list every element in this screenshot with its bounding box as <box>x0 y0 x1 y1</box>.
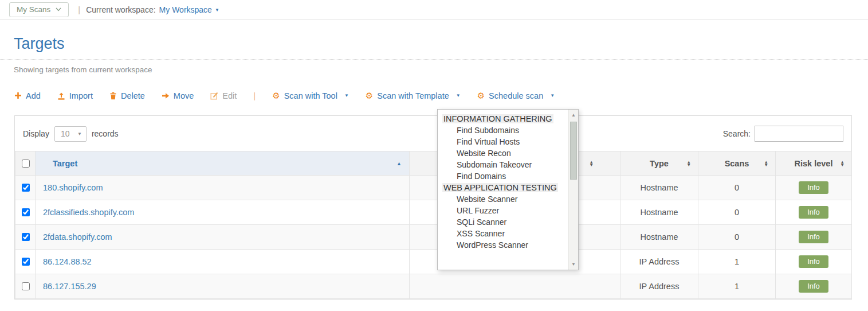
sort-icon: ▲▼ <box>687 160 691 166</box>
records-per-page-select[interactable]: 10 ▼ <box>54 126 87 142</box>
column-header-scans[interactable]: Scans ▲▼ <box>698 151 776 176</box>
workspace-selector[interactable]: My Workspace▼ <box>159 5 219 14</box>
column-header-risk-level[interactable]: Risk level ▲▼ <box>776 151 852 176</box>
risk-level-badge: Info <box>799 255 828 268</box>
scroll-down-icon[interactable]: ▼ <box>569 262 578 267</box>
target-link[interactable]: 86.127.155.29 <box>43 282 96 291</box>
dropdown-item[interactable]: Find Domains <box>438 170 568 182</box>
search-input[interactable] <box>755 126 843 142</box>
type-cell: IP Address <box>620 250 698 274</box>
column-header-target[interactable]: Target ▲ <box>36 151 410 176</box>
sort-icon: ▲▼ <box>840 160 845 166</box>
dropdown-item[interactable]: WordPress Scanner <box>438 239 568 251</box>
schedule-scan-dropdown-button[interactable]: ⚙ Schedule scan ▼ <box>477 91 555 100</box>
caret-down-icon: ▼ <box>215 7 219 13</box>
scans-cell: 0 <box>698 176 776 200</box>
edit-button[interactable]: Edit <box>210 91 237 100</box>
gear-icon: ⚙ <box>272 91 280 100</box>
move-button[interactable]: Move <box>162 91 194 100</box>
dropdown-item[interactable]: Website Recon <box>438 147 568 159</box>
row-checkbox-cell <box>15 200 36 225</box>
target-cell: 180.shopify.com <box>36 176 410 200</box>
page-subtitle: Showing targets from current workspace <box>14 65 868 74</box>
table-row: 2fclassifieds.shopify.comHostname0Info <box>15 200 852 225</box>
risk-level-badge: Info <box>799 231 828 243</box>
row-checkbox-cell <box>15 274 36 299</box>
select-all-checkbox[interactable] <box>22 160 30 168</box>
dropdown-item[interactable]: URL Fuzzer <box>438 205 568 216</box>
scans-cell: 0 <box>698 225 776 250</box>
target-link[interactable]: 2fclassifieds.shopify.com <box>43 208 134 217</box>
select-all-header-cell <box>15 151 36 176</box>
dropdown-item[interactable]: XSS Scanner <box>438 228 568 239</box>
import-button[interactable]: Import <box>57 91 93 100</box>
target-cell: 2fclassifieds.shopify.com <box>36 200 410 225</box>
row-checkbox-cell <box>15 225 36 250</box>
risk-level-cell: Info <box>776 200 852 225</box>
scan-tools-dropdown-list: INFORMATION GATHERINGFind SubdomainsFind… <box>438 113 568 251</box>
row-checkbox[interactable] <box>22 282 30 290</box>
scroll-up-icon[interactable]: ▲ <box>569 112 578 118</box>
my-scans-dropdown-button[interactable]: My Scans <box>9 2 69 17</box>
column-header-type[interactable]: Type ▲▼ <box>620 151 698 176</box>
risk-level-cell: Info <box>776 274 852 299</box>
scans-cell: 0 <box>698 200 776 225</box>
scrollbar-thumb[interactable] <box>570 122 577 180</box>
sort-ascending-icon: ▲ <box>396 161 402 166</box>
dropdown-item[interactable]: Find Subdomains <box>438 125 568 136</box>
scan-with-template-dropdown-button[interactable]: ⚙ Scan with Template ▼ <box>366 91 461 100</box>
risk-level-badge: Info <box>799 206 828 219</box>
target-cell: 2fdata.shopify.com <box>36 225 410 250</box>
type-cell: Hostname <box>620 176 698 200</box>
row-checkbox[interactable] <box>22 258 30 266</box>
caret-down-icon: ▼ <box>550 93 555 98</box>
workspace-name: My Workspace <box>159 5 212 14</box>
dropdown-item[interactable]: Website Scanner <box>438 193 568 205</box>
page-title: Targets <box>14 35 868 53</box>
table-row: 2fdata.shopify.comHostname0Info <box>15 225 852 250</box>
table-row: 86.127.155.29IP Address1Info <box>15 274 852 299</box>
gear-icon: ⚙ <box>366 91 373 100</box>
scan-tools-dropdown: INFORMATION GATHERINGFind SubdomainsFind… <box>437 109 579 270</box>
target-link[interactable]: 180.shopify.com <box>43 183 103 192</box>
risk-level-badge: Info <box>799 280 828 293</box>
hidden-column-cell <box>410 274 620 299</box>
risk-level-cell: Info <box>776 176 852 200</box>
sort-icon: ▲▼ <box>764 160 768 166</box>
plus-icon <box>14 92 22 99</box>
caret-down-icon: ▼ <box>456 93 461 98</box>
dropdown-item[interactable]: Find Virtual Hosts <box>438 136 568 147</box>
edit-icon <box>210 92 218 100</box>
my-scans-label: My Scans <box>17 5 50 14</box>
dropdown-section-header: WEB APPLICATION TESTING <box>438 182 568 193</box>
risk-level-badge: Info <box>799 181 828 194</box>
row-checkbox-cell <box>15 250 36 274</box>
sort-icon: ▲▼ <box>590 160 594 166</box>
target-link[interactable]: 2fdata.shopify.com <box>43 232 112 242</box>
table-header-row: Target ▲ ▲▼ Type ▲▼ Scans ▲▼ Risk level … <box>15 151 852 176</box>
targets-table: Target ▲ ▲▼ Type ▲▼ Scans ▲▼ Risk level … <box>15 151 852 299</box>
delete-button[interactable]: Delete <box>109 91 145 100</box>
dropdown-item[interactable]: SQLi Scanner <box>438 216 568 228</box>
add-button[interactable]: Add <box>14 91 41 100</box>
scan-with-tool-dropdown-button[interactable]: ⚙ Scan with Tool ▼ <box>272 91 349 100</box>
risk-level-cell: Info <box>776 225 852 250</box>
table-row: 180.shopify.comHostname0Info <box>15 176 852 200</box>
type-cell: Hostname <box>620 225 698 250</box>
risk-level-cell: Info <box>776 250 852 274</box>
targets-table-body: 180.shopify.comHostname0Info2fclassified… <box>15 176 852 299</box>
row-checkbox[interactable] <box>22 233 30 241</box>
row-checkbox-cell <box>15 176 36 200</box>
row-checkbox[interactable] <box>22 208 30 216</box>
row-checkbox[interactable] <box>22 184 30 192</box>
dropdown-scrollbar[interactable]: ▲ ▼ <box>568 110 578 270</box>
upload-icon <box>57 92 65 100</box>
target-link[interactable]: 86.124.88.52 <box>43 257 92 266</box>
search-label: Search: <box>723 129 751 138</box>
table-row: 86.124.88.52IP Address1Info <box>15 250 852 274</box>
arrow-right-icon <box>162 92 170 99</box>
dropdown-item[interactable]: Subdomain Takeover <box>438 159 568 170</box>
display-label: Display <box>23 129 49 138</box>
target-cell: 86.127.155.29 <box>36 274 410 299</box>
chevron-down-icon <box>56 7 61 11</box>
